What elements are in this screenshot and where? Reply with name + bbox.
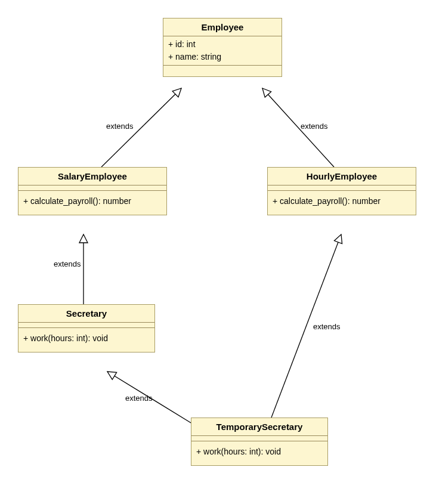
- class-secretary-attrs: [18, 323, 154, 328]
- label-extends-tempsec-secretary: extends: [125, 394, 153, 403]
- class-temporarysecretary-methods: + work(hours: int): void: [191, 441, 327, 465]
- class-salaryemployee-methods: + calculate_payroll(): number: [18, 191, 166, 215]
- class-employee-attr: + name: string: [168, 51, 277, 63]
- class-temporarysecretary-method: + work(hours: int): void: [196, 445, 323, 458]
- class-temporarysecretary-attrs: [191, 436, 327, 441]
- class-hourlyemployee-method: + calculate_payroll(): number: [273, 194, 411, 208]
- class-hourlyemployee-attrs: [268, 185, 416, 191]
- class-hourlyemployee: HourlyEmployee + calculate_payroll(): nu…: [267, 167, 416, 215]
- class-temporarysecretary-title: TemporarySecretary: [191, 418, 327, 436]
- class-salaryemployee-attrs: [18, 185, 166, 191]
- class-employee-methods: [163, 66, 282, 76]
- label-extends-tempsec-hourly: extends: [313, 322, 341, 331]
- class-temporarysecretary: TemporarySecretary + work(hours: int): v…: [191, 418, 328, 466]
- class-employee-title: Employee: [163, 18, 282, 36]
- label-extends-secretary-salary: extends: [54, 259, 81, 268]
- class-salaryemployee-method: + calculate_payroll(): number: [23, 194, 162, 208]
- label-extends-salary-employee: extends: [106, 122, 134, 131]
- label-extends-hourly-employee: extends: [301, 122, 328, 131]
- class-employee-attr: + id: int: [168, 38, 277, 51]
- class-secretary: Secretary + work(hours: int): void: [18, 304, 155, 353]
- class-secretary-title: Secretary: [18, 305, 154, 323]
- class-hourlyemployee-title: HourlyEmployee: [268, 168, 416, 185]
- class-hourlyemployee-methods: + calculate_payroll(): number: [268, 191, 416, 215]
- class-salaryemployee-title: SalaryEmployee: [18, 168, 166, 185]
- class-secretary-method: + work(hours: int): void: [23, 332, 150, 345]
- class-employee-attrs: + id: int + name: string: [163, 36, 282, 66]
- class-secretary-methods: + work(hours: int): void: [18, 328, 154, 352]
- class-employee: Employee + id: int + name: string: [163, 18, 282, 77]
- class-salaryemployee: SalaryEmployee + calculate_payroll(): nu…: [18, 167, 167, 215]
